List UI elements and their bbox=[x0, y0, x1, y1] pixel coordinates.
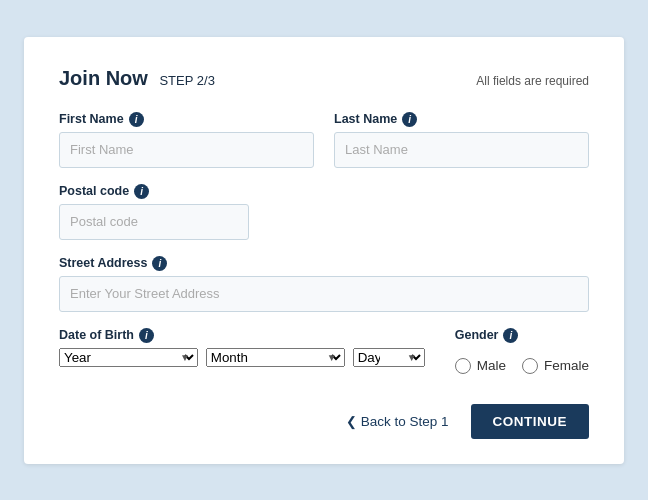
last-name-label: Last Name i bbox=[334, 112, 589, 127]
last-name-label-text: Last Name bbox=[334, 112, 397, 126]
back-button[interactable]: ❮ Back to Step 1 bbox=[334, 406, 461, 437]
year-select-wrapper: Year 20262025202420232022202120202019201… bbox=[59, 348, 198, 367]
gender-female-option[interactable]: Female bbox=[522, 358, 589, 374]
header-row: Join Now STEP 2/3 All fields are require… bbox=[59, 67, 589, 90]
continue-button[interactable]: CONTINUE bbox=[471, 404, 590, 439]
month-select-wrapper: Month JanuaryFebruaryMarchAprilMayJuneJu… bbox=[206, 348, 345, 367]
first-name-label-text: First Name bbox=[59, 112, 124, 126]
gender-female-radio[interactable] bbox=[522, 358, 538, 374]
first-name-input[interactable] bbox=[59, 132, 314, 168]
footer-row: ❮ Back to Step 1 CONTINUE bbox=[59, 404, 589, 439]
day-select-wrapper: Day 123456789101112131415161718192021222… bbox=[353, 348, 425, 367]
street-address-input[interactable] bbox=[59, 276, 589, 312]
dob-selects: Year 20262025202420232022202120202019201… bbox=[59, 348, 425, 367]
continue-button-label: CONTINUE bbox=[493, 414, 568, 429]
title-text: Join Now bbox=[59, 67, 148, 89]
street-address-label: Street Address i bbox=[59, 256, 589, 271]
dob-label: Date of Birth i bbox=[59, 328, 425, 343]
gender-label-text: Gender bbox=[455, 328, 499, 342]
street-address-label-text: Street Address bbox=[59, 256, 147, 270]
gender-label: Gender i bbox=[455, 328, 589, 343]
back-chevron-icon: ❮ bbox=[346, 414, 357, 429]
postal-code-label-text: Postal code bbox=[59, 184, 129, 198]
address-row: Street Address i bbox=[59, 256, 589, 312]
form-card: Join Now STEP 2/3 All fields are require… bbox=[24, 37, 624, 464]
day-select[interactable]: Day 123456789101112131415161718192021222… bbox=[353, 348, 425, 367]
postal-code-group: Postal code i bbox=[59, 184, 249, 240]
dob-info-icon[interactable]: i bbox=[139, 328, 154, 343]
month-select[interactable]: Month JanuaryFebruaryMarchAprilMayJuneJu… bbox=[206, 348, 345, 367]
first-name-info-icon[interactable]: i bbox=[129, 112, 144, 127]
first-name-label: First Name i bbox=[59, 112, 314, 127]
postal-row: Postal code i bbox=[59, 184, 589, 240]
year-select[interactable]: Year 20262025202420232022202120202019201… bbox=[59, 348, 198, 367]
postal-code-info-icon[interactable]: i bbox=[134, 184, 149, 199]
street-address-group: Street Address i bbox=[59, 256, 589, 312]
gender-options: Male Female bbox=[455, 348, 589, 384]
last-name-group: Last Name i bbox=[334, 112, 589, 168]
gender-section: Gender i Male Female bbox=[455, 328, 589, 384]
dob-gender-row: Date of Birth i Year 2026202520242023202… bbox=[59, 328, 589, 384]
postal-code-input[interactable] bbox=[59, 204, 249, 240]
first-name-group: First Name i bbox=[59, 112, 314, 168]
step-label: STEP 2/3 bbox=[159, 73, 214, 88]
street-address-info-icon[interactable]: i bbox=[152, 256, 167, 271]
gender-male-label: Male bbox=[477, 358, 506, 373]
page-title: Join Now STEP 2/3 bbox=[59, 67, 215, 90]
last-name-info-icon[interactable]: i bbox=[402, 112, 417, 127]
dob-label-text: Date of Birth bbox=[59, 328, 134, 342]
postal-code-label: Postal code i bbox=[59, 184, 249, 199]
gender-male-option[interactable]: Male bbox=[455, 358, 506, 374]
required-note: All fields are required bbox=[476, 74, 589, 88]
dob-section: Date of Birth i Year 2026202520242023202… bbox=[59, 328, 425, 367]
gender-male-radio[interactable] bbox=[455, 358, 471, 374]
last-name-input[interactable] bbox=[334, 132, 589, 168]
back-button-label: Back to Step 1 bbox=[361, 414, 449, 429]
gender-female-label: Female bbox=[544, 358, 589, 373]
name-row: First Name i Last Name i bbox=[59, 112, 589, 168]
gender-info-icon[interactable]: i bbox=[503, 328, 518, 343]
